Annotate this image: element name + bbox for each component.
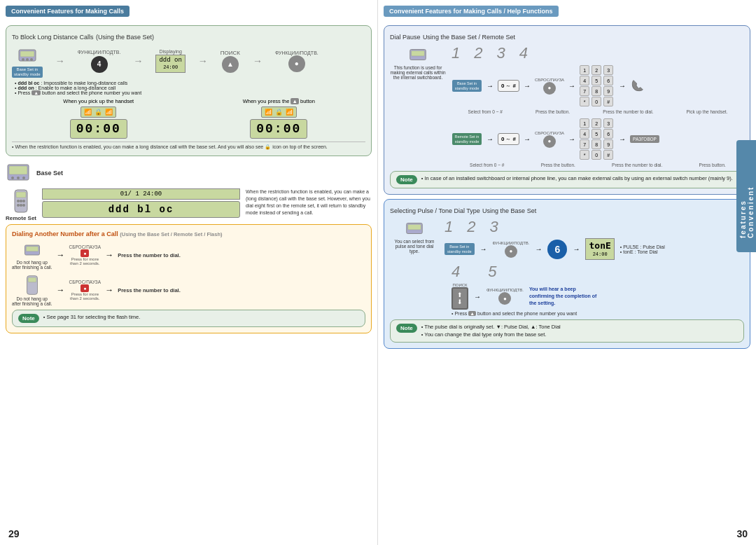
svg-point-17 (22, 204, 25, 207)
remote-lcd-big: ddd bl oc (42, 201, 240, 218)
svg-point-12 (17, 200, 20, 202)
lcd-pickup: 00:00 (70, 119, 127, 139)
steps-row: Base Set instandby mode → ФУНКЦИИ/ПОДТВ.… (12, 44, 365, 78)
remote-set-note: When the restriction function is enabled… (246, 188, 372, 216)
dial-grid-2: 123 456 789 *0# (580, 118, 615, 160)
flash-press2: Press the number to dial. (118, 287, 181, 294)
flash-device-2 (25, 274, 39, 296)
svg-rect-21 (28, 278, 36, 283)
block-calls-title: To Block Long Distance Calls (Using the … (12, 32, 365, 41)
svg-point-8 (17, 177, 20, 179)
pulse-step-nums2: 4 5 (444, 263, 744, 281)
step-6-circle: 6 (547, 240, 567, 259)
svg-point-2 (22, 58, 24, 61)
touch-btn: ⬆⬇ (451, 287, 468, 310)
left-header: Convenient Features for Making Calls (6, 6, 130, 17)
this-function-text: This function is used for making externa… (390, 65, 446, 80)
manual-spread: Convenient Features for Making Calls To … (0, 0, 756, 545)
remote-set-dial-row: Remote Set instandby mode → 0 ～ # → СБРО… (451, 118, 744, 160)
base-set-icon-2 (6, 160, 31, 186)
svg-point-15 (17, 204, 20, 207)
pulse-note: Note • The pulse dial is originally set.… (390, 319, 744, 343)
svg-rect-6 (9, 166, 27, 174)
dial-pause-device-icon (407, 44, 428, 65)
flash-button2: ● (80, 284, 89, 292)
press-select-text: • Press ▲ button and select the phone nu… (444, 311, 744, 316)
base-set-dial-label: Base Set instandby mode (452, 80, 482, 92)
selecting-pulse-content: You can select from pulse and tone dial … (390, 218, 744, 316)
sbros-label-1: СБРОС/ПАУЗА (535, 78, 564, 82)
handset-icon-1 (630, 79, 644, 93)
base-set-title: Base Set (36, 170, 63, 177)
block-calls-box: To Block Long Distance Calls (Using the … (6, 25, 372, 156)
pulse-btn1: ● (505, 245, 517, 258)
dial-grid-1: 123 456 789 *0# (580, 65, 615, 106)
flash-device-1 (22, 240, 42, 260)
lcd-press: 00:00 (250, 119, 307, 139)
selecting-pulse-title: Selecting Pulse / Tone Dial Type Using t… (390, 205, 744, 215)
flash-device1-label: Do not hang upafter finishing a call. (12, 260, 52, 270)
remote-lcd-top: 01/ 1 24:00 (42, 188, 240, 200)
sbros-label-2: СБРОС/ПАУЗА (535, 131, 564, 135)
pulse-step-row2: ПОИСК ⬆⬇ → ФУНКЦИИ/ПОДТВ. ● You will hea… (444, 283, 744, 310)
svg-rect-19 (26, 247, 38, 251)
flash-sub2: Press for morethan 2 seconds. (70, 292, 99, 301)
base-set-standby-label: Base Set instandby mode (12, 67, 43, 78)
svg-point-9 (22, 177, 25, 179)
svg-rect-1 (20, 51, 34, 57)
flash-steps-row2: Do not hang upafter finishing a call. → … (12, 274, 365, 306)
dial-pause-note-text: • In case of an installed switchboard or… (421, 175, 733, 183)
flash-title: Dialing Another Number after a Call (Usi… (12, 230, 365, 237)
sbros-btn-1: ● (543, 82, 556, 95)
remote-set-row: Remote Set 01/ 1 24:00 ddd bl oc When th… (6, 188, 372, 221)
step-circle-4: 4 (91, 56, 108, 73)
dial-pause-step-nums: 1 2 3 4 (451, 44, 744, 62)
pulse-func-label: ФУНКЦИИ/ПОДТВ. (493, 241, 530, 245)
tone-lcd: tonE24:00 (585, 238, 614, 260)
remote-set-dial-label: Remote Set instandby mode (452, 133, 482, 145)
dial-pause-title: Dial Pause Using the Base Set / Remote S… (390, 32, 744, 41)
pulse-step-nums: 1 2 3 (444, 218, 744, 236)
right-header: Convenient Features for Making Calls / H… (384, 6, 559, 17)
flash-button2-label: СБРОС/ПАУЗА (69, 280, 101, 284)
base-set-icon-1 (16, 44, 38, 67)
note-badge-dial: Note (396, 175, 417, 184)
selecting-pulse-box: Selecting Pulse / Tone Dial Type Using t… (384, 199, 750, 349)
flash-note-text: • See page 31 for selecting the flash ti… (43, 314, 141, 322)
svg-point-13 (20, 200, 22, 202)
left-page: Convenient Features for Making Calls To … (0, 0, 378, 545)
dial-pause-note: Note • In case of an installed switchboa… (390, 171, 744, 188)
base-set-row: Base Set (6, 160, 372, 186)
lcd-display-1: ddd on24:00 (155, 55, 185, 73)
svg-rect-25 (408, 224, 421, 230)
step-circle-confirm: ● (288, 55, 305, 72)
pulse-base-label: Base Set instandby mode (444, 243, 475, 255)
base-set-dial-row: Base Set instandby mode → 0 ～ # → СБРОС/… (451, 65, 744, 106)
page-number-right: 30 (736, 528, 748, 539)
svg-point-4 (30, 58, 33, 61)
flash-sub1: Press for morethan 2 seconds. (70, 257, 99, 265)
flash-press1: Press the number to dial. (118, 252, 181, 258)
beep-text: You will hear a beep confirming the comp… (529, 286, 599, 306)
razgovor-btn: РАЗГОВОР (630, 135, 659, 143)
pulse-select-text: You can select from pulse and tone dial … (390, 239, 439, 254)
flash-button1: ● (80, 249, 89, 257)
pulse-step-row1: Base Set instandby mode → ФУНКЦИИ/ПОДТВ.… (444, 238, 744, 260)
svg-point-14 (22, 200, 25, 202)
svg-point-3 (26, 58, 29, 61)
base-set-note: • When the restriction function is enabl… (12, 142, 365, 150)
flash-steps-row: Do not hang upafter finishing a call. → … (12, 240, 365, 270)
svg-point-16 (20, 204, 22, 207)
flash-box: Dialing Another Number after a Call (Usi… (6, 224, 372, 333)
remote-set-label: Remote Set (6, 215, 36, 221)
sbros-btn-2: ● (543, 135, 556, 148)
dial-pause-content: This function is used for making externa… (390, 44, 744, 167)
pulse-device-icon (404, 218, 425, 239)
dial-pause-box: Dial Pause Using the Base Set / Remote S… (384, 25, 750, 195)
svg-point-7 (11, 177, 14, 179)
svg-rect-11 (16, 192, 26, 198)
block-bullets: • ddd bl oc : Impossible to make long-di… (12, 81, 365, 95)
flash-note: Note • See page 31 for selecting the fla… (12, 310, 365, 327)
dial-pause-labels-row2: Select from 0 ~ # Press the button. Pres… (451, 163, 744, 167)
remote-set-icon (13, 188, 29, 214)
